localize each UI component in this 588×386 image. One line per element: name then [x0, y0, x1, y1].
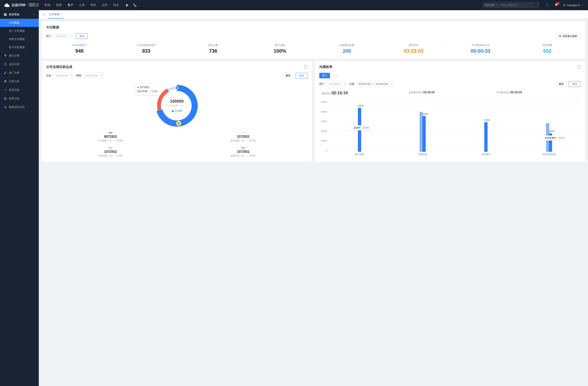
sidebar-group-dashboard[interactable]: 数据看板 [0, 10, 39, 19]
dept-select[interactable]: 请选择部门 [54, 33, 74, 39]
metric: 回访人数736 [180, 43, 247, 55]
query-button[interactable]: 查询 [76, 33, 88, 39]
calendar-icon [389, 83, 392, 85]
date-range-picker[interactable]: 2018/01/08 至 2018/01/08 [357, 81, 394, 87]
svg-rect-13 [389, 83, 392, 85]
expand-icon[interactable]: ⛶ [577, 65, 581, 69]
svg-point-1 [547, 6, 547, 6]
card-title: 沟通效率 [319, 65, 332, 69]
sidebar-subitem[interactable]: 销售主管看板 [0, 35, 39, 43]
search-icon [534, 3, 537, 6]
sidebar-item[interactable]: 渠道分析 [0, 86, 39, 94]
target-select[interactable]: 请选择目标 [54, 73, 74, 78]
card-title: 今日数据 [46, 25, 581, 30]
stat-item: 1072932应完成量（元） | 8.9% [46, 148, 175, 157]
toggle-group: 部门个人 [319, 73, 581, 78]
sidebar-item[interactable]: 数据流转记录 [0, 103, 39, 111]
phone-icon[interactable] [133, 3, 137, 7]
search-input[interactable] [499, 2, 531, 8]
toggle-button[interactable]: 部门 [319, 73, 330, 78]
metric: 平均通话时长?00:00:33 [447, 43, 514, 55]
user-menu[interactable]: manager11 [564, 4, 584, 7]
logo: 云朵CRM 教育机构一站 式服务云平台 [4, 2, 39, 8]
chevron-down-icon [582, 4, 584, 6]
bar-group: 29000有效通话 [454, 101, 518, 152]
nav-item[interactable]: 数据 [45, 3, 50, 7]
sidebar-subitem[interactable]: 公司看板 [0, 19, 39, 27]
donut-chart: 1072932 所占比例： 70.9% 100000 目标总量 [153, 82, 200, 129]
close-icon[interactable]: ✕ [61, 13, 63, 16]
main-content: 公司看板 ✕ 今日数据 部门 请选择部门 查询 设置显示指标 [39, 10, 588, 386]
toggle-button[interactable]: 个人 [330, 73, 340, 78]
communication-efficiency-card: 沟通效率 ⛶ 部门个人 部门 请选择部门 日期 2018/01/08 至 201… [315, 61, 585, 162]
username: manager11 [567, 4, 580, 7]
bar-chart: 01000020000300004000050000 43000拨打次数3500… [319, 101, 581, 158]
edit-icon [4, 71, 7, 75]
notifications[interactable]: 5 [554, 3, 558, 7]
expand-icon[interactable]: ⛶ [304, 65, 308, 69]
sidebar-subitem[interactable]: 客户经理看板 [0, 43, 39, 51]
svg-point-4 [6, 89, 6, 90]
list-icon [4, 105, 7, 109]
svg-point-12 [177, 121, 181, 125]
nav-item[interactable]: 公海 [79, 3, 85, 7]
settings-metrics-button[interactable]: 设置显示指标 [555, 33, 581, 39]
chart-annotation: 接通率：70.9% [352, 125, 371, 130]
dashboard-icon [4, 13, 7, 16]
funnel-icon [4, 54, 7, 57]
donut-status: 已达成 [169, 109, 185, 113]
stat-item: 1072932未完成量（元） | 20.9% [179, 132, 308, 142]
nav-item[interactable]: 财务 [90, 3, 96, 7]
sidebar-item[interactable]: 访客分析 [0, 77, 39, 86]
sidebar-item[interactable]: 成本分析 [0, 60, 39, 69]
sidebar-subitem[interactable]: 推广主管看板 [0, 27, 39, 35]
sidebar-item[interactable]: 销售分析 [0, 94, 39, 103]
global-search: 手机号码 [483, 2, 539, 8]
info-icon[interactable]: ? [487, 44, 489, 46]
stat-item: 1072932超额完成（元） | 89.9% [179, 148, 308, 157]
metric: 拨打次数100% [247, 43, 314, 55]
metric: 有效通话次数200 [314, 43, 380, 55]
add-user-icon[interactable] [125, 3, 128, 7]
target-icon [4, 97, 7, 100]
time-stat: 通话时长 02:10:19 [319, 91, 406, 95]
time-stat: 平均通话时长 02:10:19 [494, 91, 581, 95]
dept-select[interactable]: 请选择部门 [327, 81, 347, 87]
sidebar: 数据看板 公司看板推广主管看板销售主管看板客户经理看板 漏斗分析成本分析推广分析… [0, 10, 39, 386]
metric: 成交单数552 [514, 43, 581, 55]
nav-item[interactable]: 报名 [113, 3, 119, 7]
search-type-select[interactable]: 手机号码 [483, 2, 499, 8]
bar-group: 18000有效接通次数 [518, 101, 581, 152]
time-stat: 有效通话时长 02:10:19 [406, 91, 494, 95]
reset-button[interactable]: 重置 [282, 73, 294, 78]
top-header: 云朵CRM 教育机构一站 式服务云平台 数据线索客户公海财务运营报名 手机号码 … [0, 0, 588, 10]
sidebar-item[interactable]: 推广分析 [0, 69, 39, 77]
svg-point-11 [175, 86, 178, 89]
clock-icon [4, 63, 7, 66]
sidebar-item[interactable]: 漏斗分析 [0, 51, 39, 60]
cloud-icon [4, 2, 10, 8]
nav-item[interactable]: 客户 [68, 3, 73, 7]
nav-item[interactable]: 线索 [56, 3, 62, 7]
tab-company-dashboard[interactable]: 公司看板 ✕ [48, 10, 63, 19]
svg-point-3 [4, 90, 5, 90]
share-icon [4, 88, 7, 92]
reset-button[interactable]: 重置 [555, 81, 567, 87]
thumb-up-icon [171, 110, 174, 112]
nav-item[interactable]: 运营 [102, 3, 108, 7]
goal-achievement-card: 公司业绩目标达成 ⛶ 目标 请选择目标 周期 请选择周期 重置 查询 [42, 61, 312, 162]
notification-badge: 5 [556, 2, 559, 5]
card-title: 公司业绩目标达成 [46, 65, 72, 69]
query-button[interactable]: 查询 [296, 73, 308, 78]
period-select[interactable]: 请选择周期 [83, 73, 104, 78]
query-button[interactable]: 查询 [569, 81, 581, 87]
mobile-icon[interactable] [546, 3, 549, 7]
chevron-up-icon [33, 14, 35, 15]
donut-center-label: 目标总量（元） [169, 104, 185, 107]
metric: 今日有效首咨客户833 [113, 43, 180, 55]
stat-item: 8972932已完成量（元） | 70.9% [46, 132, 175, 142]
metric: 今日首咨客户948 [46, 43, 113, 55]
search-button[interactable] [531, 2, 539, 8]
menu-toggle-icon[interactable] [42, 13, 45, 16]
bar-group: 35000接通次数 [391, 101, 455, 152]
